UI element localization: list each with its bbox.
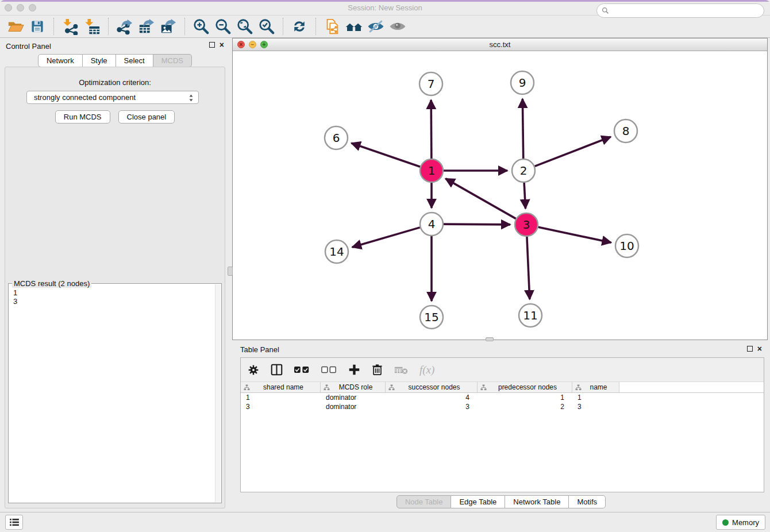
deselect-all-icon[interactable] — [321, 361, 337, 379]
task-history-button[interactable] — [5, 515, 23, 530]
node-11[interactable]: 11 — [519, 304, 542, 327]
search-input[interactable] — [612, 6, 764, 15]
table-cell[interactable]: 3 — [572, 402, 619, 411]
criterion-dropdown[interactable]: strongly connected component — [26, 91, 199, 104]
save-session-icon[interactable] — [26, 17, 48, 36]
node-9[interactable]: 9 — [511, 71, 534, 94]
node-15[interactable]: 15 — [420, 306, 443, 329]
show-all-icon[interactable] — [387, 17, 409, 36]
column-header-shared-name[interactable]: shared name — [241, 382, 321, 392]
zoom-selected-icon[interactable] — [256, 17, 278, 36]
import-network-icon[interactable] — [59, 17, 81, 36]
column-header-successor-nodes[interactable]: successor nodes — [386, 382, 478, 392]
network-maximize-icon[interactable]: + — [260, 41, 268, 48]
table-tab-node-table[interactable]: Node Table — [396, 495, 452, 508]
node-6[interactable]: 6 — [325, 126, 348, 149]
node-2[interactable]: 2 — [512, 159, 535, 182]
table-cell[interactable]: 1 — [241, 393, 321, 402]
edge-4-14[interactable] — [352, 228, 420, 247]
minimize-window-icon[interactable] — [17, 4, 24, 11]
delete-table-icon — [394, 361, 408, 379]
add-row-icon[interactable] — [348, 361, 360, 379]
node-1[interactable]: 1 — [420, 159, 443, 182]
zoom-window-icon[interactable] — [29, 4, 36, 11]
mcds-result-text[interactable]: 1 3 — [10, 286, 214, 502]
close-panel-icon[interactable]: × — [220, 42, 224, 48]
table-cell[interactable]: 4 — [386, 393, 478, 402]
column-header-predecessor-nodes[interactable]: predecessor nodes — [478, 382, 572, 392]
edge-1-6[interactable] — [351, 143, 420, 167]
table-tab-edge-table[interactable]: Edge Table — [451, 495, 505, 508]
table-cell[interactable]: 3 — [386, 402, 478, 411]
table-tab-network-table[interactable]: Network Table — [505, 495, 569, 508]
export-network-icon[interactable] — [114, 17, 136, 36]
edge-3-11[interactable] — [527, 237, 530, 299]
node-3[interactable]: 3 — [515, 213, 538, 236]
edge-2-3[interactable] — [524, 183, 525, 209]
memory-button[interactable]: Memory — [716, 515, 765, 530]
control-panel: Control Panel × NetworkStyleSelectMCDS O… — [0, 38, 230, 512]
edge-3-10[interactable] — [538, 227, 611, 242]
column-tree-icon — [388, 384, 395, 391]
delete-row-icon[interactable] — [372, 361, 383, 379]
table-row[interactable]: 1dominator411 — [241, 393, 764, 402]
network-close-icon[interactable]: × — [237, 41, 245, 48]
table-cell[interactable]: 1 — [572, 393, 619, 402]
table-tab-motifs[interactable]: Motifs — [569, 495, 606, 508]
run-mcds-button[interactable]: Run MCDS — [55, 110, 110, 124]
header-filler — [619, 382, 764, 392]
table-settings-icon[interactable] — [248, 361, 259, 379]
hide-selected-icon[interactable] — [365, 17, 387, 36]
export-table-icon[interactable] — [136, 17, 157, 36]
tab-mcds[interactable]: MCDS — [153, 54, 192, 67]
control-panel-title: Control Panel — [6, 42, 51, 51]
close-window-icon[interactable] — [5, 4, 12, 11]
zoom-out-icon[interactable] — [212, 17, 234, 36]
refresh-view-icon[interactable] — [288, 17, 310, 36]
float-table-panel-icon[interactable] — [747, 346, 753, 352]
network-window-titlebar[interactable]: × − + scc.txt — [233, 38, 767, 51]
horizontal-splitter-grip[interactable] — [486, 337, 494, 341]
table-cell[interactable]: dominator — [321, 402, 386, 411]
table-cell[interactable]: 2 — [478, 402, 572, 411]
network-minimize-icon[interactable]: − — [249, 41, 256, 48]
first-neighbors-icon[interactable] — [343, 17, 365, 36]
search-box[interactable] — [596, 3, 764, 18]
edge-4-3[interactable] — [444, 224, 510, 225]
node-label: 1 — [428, 164, 436, 178]
float-panel-icon[interactable] — [209, 42, 215, 48]
select-all-icon[interactable] — [294, 361, 310, 379]
node-4[interactable]: 4 — [420, 213, 443, 236]
node-8[interactable]: 8 — [614, 119, 637, 142]
vertical-splitter-grip[interactable] — [228, 267, 233, 276]
column-header-mcds-role[interactable]: MCDS role — [321, 382, 386, 392]
tab-style[interactable]: Style — [83, 54, 116, 67]
tab-select[interactable]: Select — [116, 54, 153, 67]
table-cell[interactable]: 1 — [478, 393, 572, 402]
duplicate-network-icon[interactable] — [321, 17, 343, 36]
tab-network[interactable]: Network — [38, 54, 83, 67]
close-table-panel-icon[interactable]: × — [757, 346, 762, 352]
column-header-name[interactable]: name — [572, 382, 619, 392]
open-session-icon[interactable] — [5, 17, 26, 36]
result-scrollbar[interactable] — [215, 284, 221, 502]
export-image-icon[interactable] — [157, 17, 179, 36]
node-10[interactable]: 10 — [615, 234, 638, 257]
edge-3-1[interactable] — [445, 179, 515, 219]
zoom-in-icon[interactable] — [190, 17, 212, 36]
close-panel-button[interactable]: Close panel — [118, 110, 175, 124]
control-panel-header: Control Panel × — [0, 38, 230, 54]
edge-1-7[interactable] — [431, 100, 432, 159]
edge-2-9[interactable] — [522, 99, 523, 159]
import-table-icon[interactable] — [81, 17, 103, 36]
table-cell[interactable]: 3 — [241, 402, 321, 411]
zoom-fit-icon[interactable] — [234, 17, 256, 36]
node-14[interactable]: 14 — [325, 240, 348, 263]
show-column-panel-icon[interactable] — [271, 361, 283, 379]
node-7[interactable]: 7 — [419, 72, 442, 95]
edge-2-8[interactable] — [535, 137, 611, 166]
table-cell[interactable]: dominator — [321, 393, 386, 402]
criterion-value: strongly connected component — [34, 93, 136, 102]
table-row[interactable]: 3dominator323 — [241, 402, 764, 411]
network-canvas[interactable]: 7968124314101511 — [233, 51, 767, 340]
